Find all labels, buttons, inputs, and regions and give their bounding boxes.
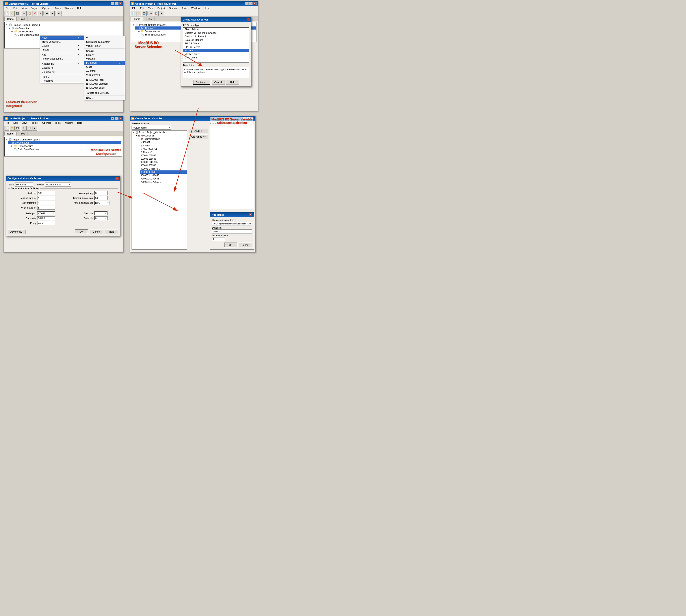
bl-tab-items[interactable]: Items [4, 132, 17, 136]
add-range-close[interactable]: ✕ [249, 213, 252, 216]
serial-port-dropdown[interactable]: COM1 ▼ [37, 212, 55, 215]
menu-file[interactable]: File [4, 7, 10, 10]
sub-vi[interactable]: VI [85, 36, 125, 40]
tr-tab-files[interactable]: Files [144, 17, 155, 21]
sub-daqtask[interactable]: NI-DAQmx Task [85, 78, 125, 82]
tr-copy[interactable]: 📋 [154, 11, 159, 16]
list-epics-server[interactable]: EPICS Server [183, 45, 249, 49]
stop-btn[interactable]: ■ [50, 11, 55, 16]
bl-edit[interactable]: Edit [12, 121, 19, 124]
help-btn[interactable]: Help [226, 80, 239, 85]
list-custom-periodic[interactable]: Custom VI - Periodic [183, 35, 249, 38]
tr-menu-operate[interactable]: Operate [168, 7, 179, 10]
bl-view[interactable]: View [21, 121, 28, 124]
tr-menu-project[interactable]: Project [156, 7, 166, 10]
cancel-config-btn[interactable]: Cancel [90, 229, 103, 234]
tab-items[interactable]: Items [4, 17, 17, 21]
save-btn[interactable]: 💾 [15, 11, 20, 16]
browse-tree[interactable]: ▼ 📋 Project: Project_Modbus.lvprc ... ▼ … [132, 131, 187, 249]
menu-operate[interactable]: Operate [41, 7, 52, 10]
bl-open[interactable]: 📂 [10, 126, 15, 131]
menu-help[interactable]: Help [76, 7, 83, 10]
tr-menu-file[interactable]: File [131, 7, 137, 10]
minimize-button[interactable]: ─ [111, 2, 114, 5]
tr-menu-window[interactable]: Window [190, 7, 201, 10]
br-300001b[interactable]: 300001-365535 [140, 164, 187, 167]
refresh-input[interactable] [37, 196, 55, 200]
bl-tree-root[interactable]: ▼ 📋 Project: Untitled Project 1 [5, 138, 121, 141]
bl-min[interactable]: ─ [111, 117, 114, 120]
ctx-help[interactable]: Help... [40, 75, 84, 79]
sub-ioserver[interactable]: I/O Server ▶ [85, 61, 125, 65]
bl-dep[interactable]: ▶ 📁 Dependencies [11, 144, 121, 148]
stopbits-dropdown[interactable]: 1 ▼ [94, 212, 108, 215]
tree-root[interactable]: ▼ 📋 Project: Untitled Project 1 [5, 23, 121, 27]
baud-dropdown[interactable]: 38400 ▼ [37, 216, 55, 220]
data-item-input[interactable] [212, 229, 252, 234]
bl-save[interactable]: 💾 [15, 126, 20, 131]
run-btn[interactable]: ▶ [45, 11, 49, 16]
model-dropdown[interactable]: Modbus Serial ▼ [45, 182, 71, 186]
menu-view[interactable]: View [21, 7, 28, 10]
ctx-expand[interactable]: Expand All [40, 66, 84, 70]
ctx-trace[interactable]: Trace Execution... [40, 40, 84, 44]
sub-targets[interactable]: Targets and Devices... [85, 91, 125, 95]
bl-file[interactable]: File [4, 121, 10, 124]
help-config-btn[interactable]: Help [105, 229, 118, 234]
list-modbus[interactable]: Modbus [183, 49, 249, 52]
ok-range-btn[interactable]: OK [224, 243, 237, 247]
ctx-new[interactable]: New ▶ [40, 36, 84, 40]
sub-library[interactable]: Library [85, 53, 125, 57]
ctx-export[interactable]: Export ▶ [40, 44, 84, 48]
tr-open[interactable]: 📂 [136, 11, 141, 16]
sub-variable[interactable]: Variable [85, 57, 125, 61]
databits-dropdown[interactable]: 8 ▼ [94, 216, 108, 220]
sub-daqchannel[interactable]: NI-DAQmx Channel [85, 82, 125, 86]
br-modbus1[interactable]: ▼ ⚙ Modbus1 [137, 151, 187, 154]
bl-help[interactable]: Help [76, 121, 83, 124]
bl-project[interactable]: Project [29, 121, 39, 124]
br-000001[interactable]: 000001-065535 [140, 154, 187, 157]
alarm-input[interactable] [94, 191, 108, 195]
transmode-dropdown[interactable]: RTU ▼ [94, 201, 110, 205]
sub-new[interactable]: New... [85, 96, 125, 100]
maximize-button[interactable]: □ [115, 2, 118, 5]
ctx-import[interactable]: Import ▶ [40, 48, 84, 51]
tr-maximize[interactable]: □ [249, 2, 253, 5]
sub-daqscale[interactable]: NI-DAQmx Scale [85, 86, 125, 90]
menu-window[interactable]: Window [64, 7, 74, 10]
br-a000001[interactable]: A000001L1-A0655 [140, 174, 187, 177]
list-custom-input[interactable]: Custom VI - On Input Change [183, 31, 249, 35]
close-button[interactable]: ✕ [118, 2, 122, 5]
copy-btn[interactable]: 📋 [27, 11, 32, 16]
cancel-btn[interactable]: Cancel [211, 80, 225, 85]
retry-input[interactable] [37, 201, 55, 205]
list-dataset[interactable]: Data Set Marking [183, 38, 249, 42]
ctx-collapse[interactable]: Collapse All [40, 70, 84, 74]
tab-files[interactable]: Files [17, 17, 28, 21]
bl-mycomp[interactable]: ▼ 🖥 My Computer [8, 141, 121, 144]
tr-cut[interactable]: ✂ [148, 11, 153, 16]
bl-tools[interactable]: Tools [54, 121, 62, 124]
br-100001[interactable]: 100001-165535 [140, 157, 187, 160]
advanced-btn[interactable]: Advanced... [8, 229, 26, 234]
parity-dropdown[interactable]: none ▼ [37, 221, 55, 225]
br-proj-item[interactable]: ▼ 📋 Project: Project_Modbus.lvprc ... [132, 131, 187, 134]
delete-btn[interactable]: ✕ [38, 11, 43, 16]
name-input[interactable] [15, 182, 33, 186]
br-400001b[interactable]: 400001-465535 [140, 171, 187, 174]
br-a300001[interactable]: A300001L1-A3655 ... [140, 180, 187, 184]
num-items-input[interactable] [212, 237, 225, 241]
timeout-input[interactable] [94, 196, 108, 200]
bl-run[interactable]: ▶ [32, 126, 37, 131]
addr-input[interactable] [37, 191, 55, 195]
bl-copy[interactable]: 📋 [27, 126, 32, 131]
config-close[interactable]: ✕ [115, 177, 118, 180]
br-400001a[interactable]: 400001.1-465535.1 [140, 167, 187, 171]
tr-menu-help[interactable]: Help [203, 7, 210, 10]
sub-webservice[interactable]: Web Service [85, 73, 125, 77]
new-btn[interactable]: 📄 [4, 11, 9, 16]
menu-edit[interactable]: Edit [12, 7, 19, 10]
br-400002[interactable]: ◆ 400002 [140, 144, 187, 147]
list-opc-client[interactable]: OPC Client [183, 56, 249, 59]
